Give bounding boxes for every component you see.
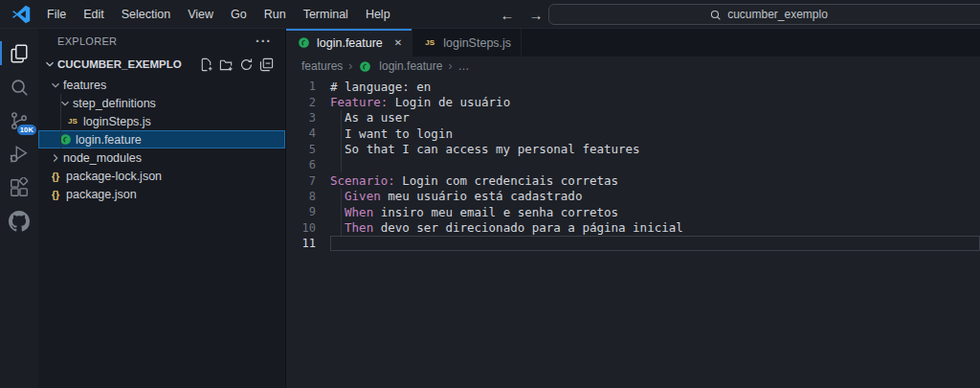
breadcrumb-label: … <box>457 59 469 73</box>
line-number[interactable]: 5 <box>286 143 324 156</box>
line-number[interactable]: 4 <box>286 126 324 140</box>
activity-extensions[interactable] <box>0 171 38 204</box>
tree-item-node-modules[interactable]: node_modules <box>38 148 285 167</box>
workspace-name: CUCUMBER_EXEMPLO <box>57 58 182 70</box>
gherkin-keyword: Then <box>345 220 373 235</box>
refresh-icon <box>239 57 254 72</box>
breadcrumb-item-features[interactable]: features <box>301 59 343 73</box>
line-number[interactable]: 2 <box>286 96 324 109</box>
tree-item-package-json[interactable]: {}package.json <box>38 185 285 203</box>
breadcrumb-item-[interactable]: … <box>457 59 469 73</box>
refresh-button[interactable] <box>239 57 254 72</box>
line-number[interactable]: 11 <box>286 237 324 250</box>
collapse-all-button[interactable] <box>259 57 274 72</box>
github-icon <box>9 211 30 232</box>
code-line-content[interactable]: As a user <box>324 110 980 126</box>
code-line: 6 <box>286 157 980 172</box>
tree-item-loginsteps-js[interactable]: JSloginSteps.js <box>38 112 285 130</box>
code-line-content[interactable]: When insiro meu email e senha corretos <box>324 204 980 219</box>
menu-go[interactable]: Go <box>222 0 256 29</box>
code-text: Login de usuário <box>388 95 510 109</box>
breadcrumb-separator: › <box>448 59 452 73</box>
line-number[interactable]: 10 <box>286 221 324 235</box>
menu-selection[interactable]: Selection <box>113 0 179 29</box>
code-line-content[interactable]: Given meu usuário está cadastrado <box>324 189 980 204</box>
menu-file[interactable]: File <box>38 0 75 29</box>
tree-item-login-feature[interactable]: login.feature <box>38 130 285 148</box>
source-control-badge: 10K <box>17 125 36 136</box>
cucumber-icon <box>57 132 73 148</box>
activity-run-debug[interactable] <box>0 137 38 171</box>
extensions-icon <box>9 177 30 198</box>
workspace-section-header[interactable]: CUCUMBER_EXEMPLO <box>38 54 285 75</box>
code-line-content[interactable]: Then devo ser direcionado para a página … <box>324 220 980 236</box>
more-actions-icon[interactable]: ··· <box>256 34 272 49</box>
code-line-content[interactable]: So that I can access my personal feature… <box>324 142 980 157</box>
code-text: insiro meu email e senha corretos <box>373 205 618 219</box>
code-line: 8 Given meu usuário está cadastrado <box>286 189 980 204</box>
code-line-content[interactable] <box>324 236 980 251</box>
tab-loginsteps-js[interactable]: JSloginSteps.js <box>412 29 522 57</box>
breadcrumb-item-login-feature[interactable]: login.feature <box>358 59 442 73</box>
breadcrumb: features›login.feature›… <box>286 57 980 76</box>
nav-forward-icon[interactable]: → <box>526 7 546 23</box>
activity-search[interactable] <box>0 70 38 103</box>
gherkin-keyword: Scenario: <box>330 173 395 188</box>
nav-back-icon[interactable]: ← <box>498 7 517 23</box>
code-line: 11 <box>286 236 980 251</box>
activity-github[interactable] <box>0 204 38 238</box>
json-braces-icon: {} <box>48 187 63 202</box>
menu-view[interactable]: View <box>179 0 222 29</box>
editor-group: login.feature✕JSloginSteps.js features›l… <box>286 29 980 388</box>
new-folder-button[interactable] <box>219 57 234 72</box>
line-number[interactable]: 7 <box>286 174 324 188</box>
line-number[interactable]: 3 <box>286 111 324 125</box>
code-editor[interactable]: 1# language: en2Feature: Login de usuári… <box>286 76 980 388</box>
line-number[interactable]: 1 <box>286 80 324 93</box>
menu-help[interactable]: Help <box>357 0 399 29</box>
chevron-down-icon <box>57 96 73 111</box>
nav-arrows: ← → <box>498 0 546 29</box>
code-line-content[interactable]: # language: en <box>324 79 980 94</box>
tab-label: loginSteps.js <box>443 36 511 50</box>
new-file-button[interactable] <box>199 57 213 72</box>
close-icon[interactable]: ✕ <box>394 37 402 48</box>
run-debug-icon <box>9 144 30 165</box>
vscode-window: FileEditSelectionViewGoRunTerminalHelp ←… <box>0 0 980 388</box>
tree-item-step-definitions[interactable]: step_definitions <box>38 94 285 112</box>
activity-source-control[interactable]: 10K <box>0 103 38 137</box>
tab-login-feature[interactable]: login.feature✕ <box>286 29 412 57</box>
line-number[interactable]: 6 <box>286 158 324 171</box>
code-text <box>330 220 345 235</box>
code-line-content[interactable]: Scenario: Login com credenciais corretas <box>324 172 980 188</box>
cucumber-icon <box>358 59 371 73</box>
js-icon: JS <box>65 114 80 129</box>
tree-item-label: loginSteps.js <box>83 115 151 128</box>
command-center-search[interactable]: cucumber_exemplo <box>548 4 980 25</box>
tree-item-label: package.json <box>66 188 137 201</box>
menu-run[interactable]: Run <box>256 0 295 29</box>
breadcrumb-label: login.feature <box>379 59 442 73</box>
gherkin-keyword: When <box>345 205 373 219</box>
code-text: Login com credenciais corretas <box>395 173 618 188</box>
activity-explorer[interactable] <box>0 36 38 70</box>
menu-edit[interactable]: Edit <box>75 0 113 29</box>
line-number[interactable]: 9 <box>286 205 324 218</box>
code-text: devo ser direcionado para a página inici… <box>373 220 683 235</box>
search-icon <box>709 9 722 21</box>
code-text: meu usuário está cadastrado <box>381 189 583 203</box>
code-line: 3 As a user <box>286 110 980 126</box>
tree-item-features[interactable]: features <box>38 76 285 94</box>
chevron-down-icon <box>42 57 57 72</box>
code-line-content[interactable] <box>324 157 980 172</box>
code-line: 4 I want to login <box>286 126 980 141</box>
code-line: 2Feature: Login de usuário <box>286 94 980 109</box>
code-text: I want to login <box>330 126 453 141</box>
code-line: 7Scenario: Login com credenciais correta… <box>286 172 980 188</box>
code-line-content[interactable]: Feature: Login de usuário <box>324 94 980 109</box>
menu-terminal[interactable]: Terminal <box>295 0 357 29</box>
tree-item-package-lock-json[interactable]: {}package-lock.json <box>38 167 285 185</box>
code-line-content[interactable]: I want to login <box>324 126 980 141</box>
search-value: cucumber_exemplo <box>727 8 828 21</box>
line-number[interactable]: 8 <box>286 190 324 203</box>
